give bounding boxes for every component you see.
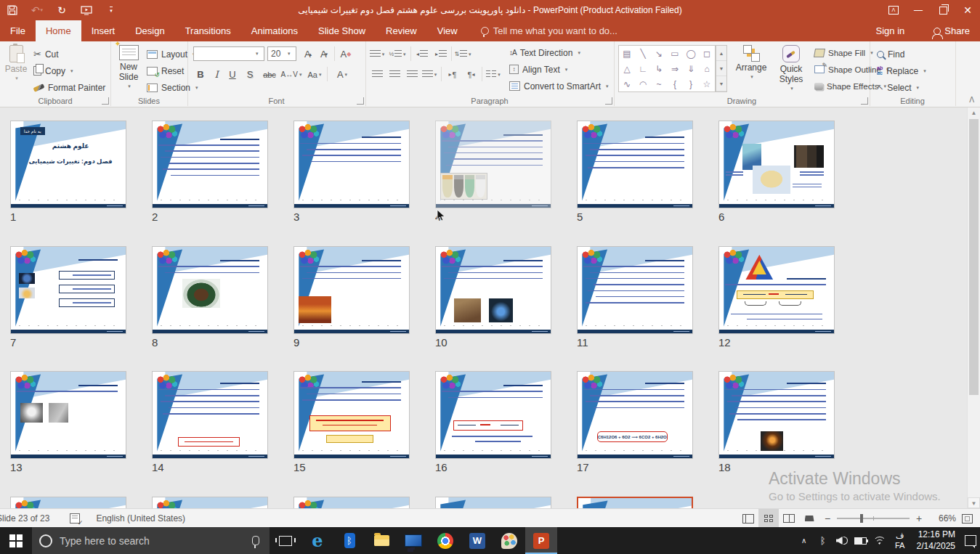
slide-thumbnail[interactable] bbox=[293, 497, 410, 508]
display-app-taskbar-icon[interactable] bbox=[397, 527, 429, 554]
microphone-icon[interactable] bbox=[252, 536, 259, 545]
star-shape-icon[interactable]: ☆ bbox=[699, 76, 715, 91]
bold-button[interactable]: B bbox=[193, 67, 208, 82]
slide-thumbnail[interactable] bbox=[293, 371, 410, 459]
justify-icon[interactable]: ▾ bbox=[421, 67, 438, 82]
slide-thumbnail[interactable]: به نام خداعلوم هشتمفصل دوم: تغییرات شیمی… bbox=[10, 121, 126, 208]
drawing-dialog-launcher[interactable] bbox=[861, 97, 868, 105]
slide-show-button[interactable] bbox=[799, 509, 819, 528]
file-explorer-taskbar-icon[interactable] bbox=[365, 527, 397, 554]
increase-indent-icon[interactable]: ▸ bbox=[432, 46, 450, 62]
rectangle-shape-icon[interactable]: ▭ bbox=[667, 46, 683, 61]
corner-shape-shape-icon[interactable]: ⌂ bbox=[699, 61, 715, 76]
scribble-shape-icon[interactable]: ∿ bbox=[619, 76, 635, 91]
tab-file[interactable]: File bbox=[0, 20, 36, 41]
slide-thumbnail[interactable] bbox=[435, 497, 551, 508]
text-box-shape-icon[interactable]: ▤ bbox=[619, 46, 635, 61]
tray-wifi-icon[interactable] bbox=[870, 527, 889, 554]
fit-to-window-icon[interactable] bbox=[962, 514, 973, 524]
left-brace-shape-icon[interactable]: { bbox=[667, 76, 683, 91]
vertical-scrollbar[interactable]: ▲ ▼ bbox=[967, 107, 980, 508]
font-dialog-launcher[interactable] bbox=[357, 97, 364, 105]
taskbar-search[interactable]: Type here to search bbox=[32, 527, 270, 554]
slide-thumbnail[interactable] bbox=[718, 121, 835, 208]
slide-thumbnail[interactable] bbox=[10, 497, 126, 508]
align-center-icon[interactable] bbox=[386, 67, 403, 82]
text-shadow-button[interactable]: S bbox=[243, 67, 257, 82]
line-shape-icon[interactable]: ╲ bbox=[635, 46, 651, 61]
columns-icon[interactable]: ▾ bbox=[485, 67, 502, 82]
tray-language-indicator[interactable]: ف FA bbox=[889, 531, 911, 551]
close-button[interactable]: ✕ bbox=[955, 0, 980, 20]
tray-clock[interactable]: 12:16 PM 2/14/2025 bbox=[911, 529, 961, 552]
zoom-slider[interactable] bbox=[837, 518, 910, 519]
zoom-in-button[interactable]: + bbox=[911, 513, 927, 524]
tab-design[interactable]: Design bbox=[125, 20, 174, 41]
bullets-icon[interactable]: ▾ bbox=[368, 46, 386, 62]
rounded-rectangle-shape-icon[interactable]: ◻ bbox=[699, 46, 715, 61]
grow-font-icon[interactable]: A▴ bbox=[301, 46, 315, 62]
zoom-level[interactable]: 66% bbox=[927, 513, 956, 524]
tell-me-box[interactable]: Tell me what you want to do... bbox=[481, 20, 617, 41]
customize-qat-icon[interactable]: ▾ bbox=[99, 0, 123, 20]
shape-gallery-down-icon[interactable]: ▼ bbox=[716, 61, 726, 76]
tab-review[interactable]: Review bbox=[376, 20, 427, 41]
ribbon-display-options-icon[interactable]: ᐱ bbox=[881, 0, 906, 20]
shrink-font-icon[interactable]: A▾ bbox=[317, 46, 331, 62]
tab-animations[interactable]: Animations bbox=[241, 20, 308, 41]
slide-thumbnail[interactable] bbox=[577, 246, 693, 334]
shape-gallery-up-icon[interactable]: ▲ bbox=[716, 46, 726, 61]
tray-bluetooth-icon[interactable]: ᛒ bbox=[814, 527, 833, 554]
sign-in-link[interactable]: Sign in bbox=[876, 20, 905, 41]
tray-chevron-icon[interactable]: ∧ bbox=[795, 527, 814, 554]
shape-gallery[interactable]: ▤╲↘▭◯◻△∟↳⇒⇓⌂∿◠~{}☆ bbox=[618, 45, 716, 92]
slide-thumbnail[interactable] bbox=[293, 121, 410, 208]
tab-view[interactable]: View bbox=[427, 20, 468, 41]
strikethrough-button[interactable]: abc bbox=[260, 67, 279, 82]
slide-thumbnail[interactable] bbox=[718, 246, 835, 334]
ltr-direction-icon[interactable]: ▸¶ bbox=[444, 67, 461, 82]
powerpoint-taskbar-icon[interactable]: P bbox=[525, 527, 557, 554]
slide-thumbnail[interactable] bbox=[152, 371, 268, 459]
scroll-down-icon[interactable]: ▼ bbox=[968, 497, 980, 508]
triangle-shape-icon[interactable]: △ bbox=[619, 61, 635, 76]
scrollbar-thumb[interactable] bbox=[969, 119, 979, 395]
slide-thumbnail[interactable] bbox=[152, 497, 268, 508]
shape-fill-button[interactable]: Shape Fill▾ bbox=[814, 45, 873, 60]
slide-sorter-view-button[interactable] bbox=[758, 509, 779, 528]
reset-button[interactable]: Reset bbox=[147, 63, 184, 78]
line-spacing-icon[interactable]: ⇅▾ bbox=[454, 46, 471, 62]
start-from-beginning-icon[interactable] bbox=[74, 0, 99, 20]
action-center-icon[interactable] bbox=[961, 527, 980, 554]
word-taskbar-icon[interactable]: W bbox=[461, 527, 493, 554]
restore-button[interactable] bbox=[931, 0, 955, 20]
slide-thumbnail[interactable] bbox=[10, 246, 126, 334]
decrease-indent-icon[interactable]: ◂ bbox=[413, 46, 431, 62]
slide-thumbnail[interactable] bbox=[152, 246, 268, 334]
character-spacing-button[interactable]: A↔V▾ bbox=[282, 67, 301, 82]
tab-slide-show[interactable]: Slide Show bbox=[308, 20, 376, 41]
slide-thumbnail[interactable] bbox=[10, 371, 126, 459]
normal-view-button[interactable] bbox=[738, 509, 758, 528]
numbering-icon[interactable]: ½▾ bbox=[389, 46, 406, 62]
copy-button[interactable]: Copy▾ bbox=[33, 63, 73, 78]
right-brace-shape-icon[interactable]: } bbox=[683, 76, 699, 91]
font-size-input[interactable] bbox=[267, 46, 296, 61]
slide-thumbnail[interactable] bbox=[435, 121, 551, 208]
arrow-shape-icon[interactable]: ↘ bbox=[651, 46, 667, 61]
shape-gallery-scrollbar[interactable]: ▲ ▼ ▼ bbox=[716, 45, 727, 92]
tray-volume-icon[interactable] bbox=[833, 527, 851, 554]
rtl-direction-icon[interactable]: ¶◂ bbox=[463, 67, 480, 82]
new-slide-button[interactable]: New Slide▾ bbox=[112, 45, 145, 89]
collapse-ribbon-icon[interactable]: ᐱ bbox=[969, 96, 974, 104]
cut-button[interactable]: ✂ Cut bbox=[33, 46, 59, 62]
quick-styles-button[interactable]: Quick Styles▾ bbox=[772, 45, 810, 91]
text-direction-button[interactable]: ↕A Text Direction▾ bbox=[509, 45, 580, 60]
tab-transitions[interactable]: Transitions bbox=[175, 20, 241, 41]
paste-button[interactable]: Paste▾ bbox=[3, 45, 29, 81]
slide-thumbnail[interactable] bbox=[152, 121, 268, 208]
tab-insert[interactable]: Insert bbox=[81, 20, 126, 41]
oval-shape-icon[interactable]: ◯ bbox=[683, 46, 699, 61]
replace-button[interactable]: abac Replace▾ bbox=[877, 63, 926, 78]
reading-view-button[interactable] bbox=[779, 509, 799, 528]
